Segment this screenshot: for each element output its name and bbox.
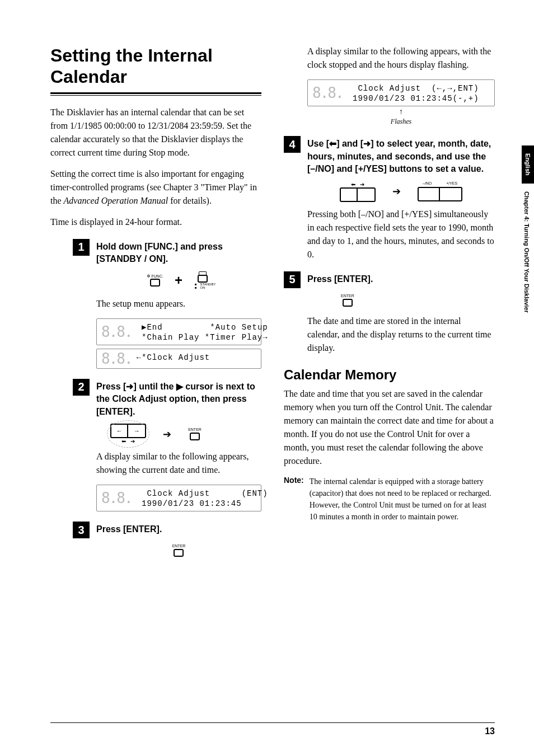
step-2-number: 2: [73, 379, 90, 396]
chapter-tab: Chapter 4: Turning On/Off Your Disklavie…: [523, 184, 533, 321]
step-4-text: Use [⬅] and [➜] to select year, month, d…: [307, 136, 495, 175]
right-arrow-icon: ➜: [363, 139, 371, 148]
yes-label: +/YES: [446, 181, 457, 185]
col2-intro: A display similar to the following appea…: [307, 45, 495, 72]
flash-arrow: ↑: [307, 107, 495, 116]
step5-figure: ENTER: [307, 294, 495, 307]
lcd-display-4: 8.8. Clock Adjust (←,→,ENT) 1990/01/23 0…: [307, 79, 495, 106]
lcd-display-1: 8.8. ▶End *Auto Setup *Chain Play *Timer…: [96, 318, 261, 345]
left-column: Setting the Internal Calendar The Diskla…: [50, 45, 261, 565]
step-4-number: 4: [284, 136, 301, 153]
lcd2-line1: ←*Clock Adjust: [137, 353, 210, 362]
left-arrow-icon: ⬅: [329, 139, 336, 148]
lcd4-line1: Clock Adjust (←,→,ENT): [348, 84, 479, 93]
page-number: 13: [50, 726, 495, 736]
lcd4-line2: 1990/01/23 01:23:45(-,+): [348, 94, 479, 103]
calendar-memory-body: The date and time that you set are saved…: [284, 387, 495, 468]
step-1: 1 Hold down [FUNC.] and press [STANDBY /…: [73, 239, 261, 266]
cursor-icon: ▶: [176, 382, 183, 391]
page-footer: 13: [50, 722, 495, 736]
arrow-buttons-icon: [340, 187, 376, 202]
seg-icon: 8.8.: [312, 82, 343, 104]
intro2-b: for details).: [168, 196, 212, 205]
intro-paragraph-3: Time is displayed in 24-hour format.: [50, 215, 261, 229]
enter-button-icon: ENTER: [341, 294, 354, 307]
right-arrow-icon: ➜: [126, 382, 133, 391]
seg-icon: 8.8.: [101, 321, 132, 342]
standby-button-icon: ■STANDBY■ON: [194, 271, 212, 289]
right-column: A display similar to the following appea…: [284, 45, 495, 565]
language-tab: English: [522, 145, 534, 184]
step2-figure: ←→ ⬅ ➔ ➔ ENTER: [50, 424, 261, 444]
after-step4-text: Pressing both [–/NO] and [+/YES] simulta…: [307, 208, 495, 261]
lcd3-line2: 1990/01/23 01:23:45: [137, 499, 242, 508]
note-text: The internal calendar is equipped with a…: [310, 476, 495, 523]
intro-paragraph-1: The Disklavier has an internal calendar …: [50, 106, 261, 159]
seg-icon: 8.8.: [101, 487, 132, 509]
plus-icon: +: [175, 273, 182, 288]
step4-figure: ⬅ ➔ ➔ –/NO+/YES: [307, 181, 495, 202]
step-1-number: 1: [73, 239, 90, 256]
yes-no-buttons-icon: [418, 187, 462, 201]
step-3: 3 Press [ENTER].: [73, 522, 261, 538]
func-button-icon: ✲FUNC.: [147, 274, 163, 287]
step-2-text: Press [➜] until the ▶ cursor is next to …: [96, 379, 261, 418]
lcd-display-3: 8.8. Clock Adjust (ENT) 1990/01/23 01:23…: [96, 485, 261, 511]
enter-button-icon: ENTER: [188, 428, 202, 440]
after-step5-text: The date and time are stored in the inte…: [307, 314, 495, 355]
lcd1-line1: ▶End *Auto Setup: [137, 323, 268, 332]
enter-button-icon: ENTER: [172, 544, 186, 557]
note-label: Note:: [284, 476, 304, 523]
intro2-italic: Advanced Operation Manual: [64, 196, 168, 205]
step-4: 4 Use [⬅] and [➜] to select year, month,…: [284, 136, 495, 175]
calendar-memory-title: Calendar Memory: [284, 367, 495, 383]
footer-rule: [50, 722, 495, 723]
func-label: FUNC.: [152, 274, 163, 278]
arrow-icon: ➔: [392, 185, 401, 198]
setup-menu-text: The setup menu appears.: [96, 297, 261, 311]
step-5-text: Press [ENTER].: [307, 271, 373, 285]
lcd-display-2: 8.8. ←*Clock Adjust: [96, 349, 261, 369]
step-5-number: 5: [284, 271, 301, 288]
intro-paragraph-2: Setting the correct time is also importa…: [50, 167, 261, 208]
note-block: Note: The internal calendar is equipped …: [284, 476, 495, 523]
flashes-label: Flashes: [307, 118, 495, 126]
step-2: 2 Press [➜] until the ▶ cursor is next t…: [73, 379, 261, 418]
lcd1-line2: *Chain Play *Timer Play→: [137, 333, 268, 342]
step-3-text: Press [ENTER].: [96, 522, 162, 536]
section-title: Setting the Internal Calendar: [50, 45, 261, 88]
arrow-icon: ➔: [163, 428, 171, 440]
step-3-number: 3: [73, 522, 90, 538]
no-label: –/NO: [423, 181, 432, 185]
title-rule: [50, 92, 261, 96]
after-step2-text: A display similar to the following appea…: [96, 450, 261, 477]
step3-figure: ENTER: [96, 544, 261, 557]
seg-icon: 8.8.: [101, 351, 132, 366]
step-1-text: Hold down [FUNC.] and press [STANDBY / O…: [96, 239, 261, 266]
enter-label: ENTER: [188, 428, 202, 431]
step1-figure: ✲FUNC. + ■STANDBY■ON: [96, 271, 261, 289]
lcd3-line1: Clock Adjust (ENT): [137, 489, 268, 498]
side-tab: English Chapter 4: Turning On/Off Your D…: [522, 145, 534, 321]
step-5: 5 Press [ENTER].: [284, 271, 495, 288]
